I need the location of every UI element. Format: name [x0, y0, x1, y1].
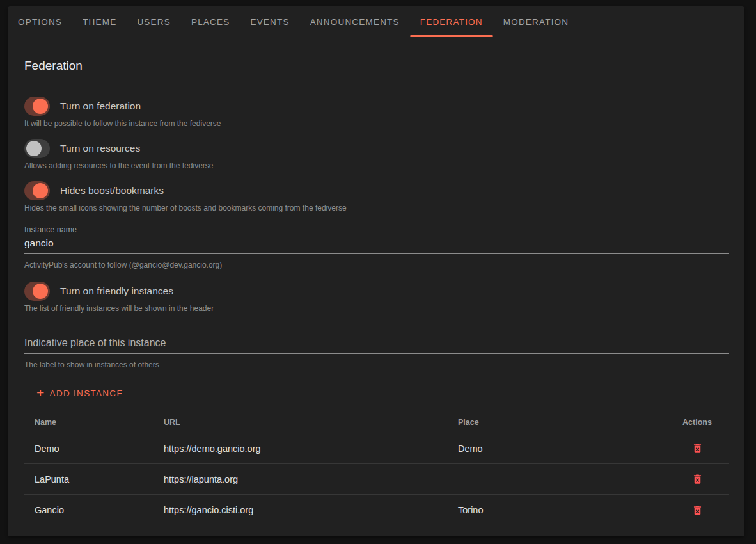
add-instance-button[interactable]: + ADD INSTANCE: [36, 386, 123, 400]
table-header-row: Name URL Place Actions: [24, 412, 729, 433]
tab-users[interactable]: USERS: [127, 6, 181, 37]
admin-page: OPTIONS THEME USERS PLACES EVENTS ANNOUN…: [0, 0, 756, 544]
instance-place-input[interactable]: [24, 335, 729, 354]
federation-toggle-hint: It will be possible to follow this insta…: [24, 119, 729, 128]
hide-boosts-toggle-label: Hides boost/bookmarks: [60, 185, 164, 196]
table-row: Gancio https://gancio.cisti.org Torino: [24, 495, 729, 525]
admin-tabs: OPTIONS THEME USERS PLACES EVENTS ANNOUN…: [8, 6, 744, 37]
cell-url: https://gancio.cisti.org: [154, 505, 448, 515]
delete-instance-button[interactable]: [686, 499, 709, 522]
instance-place-field: The label to show in instances of others: [24, 335, 729, 369]
delete-instance-button[interactable]: [686, 437, 709, 460]
tab-theme[interactable]: THEME: [72, 6, 127, 37]
tab-moderation[interactable]: MODERATION: [493, 6, 579, 37]
instance-name-input[interactable]: [24, 235, 729, 254]
resources-toggle[interactable]: [24, 139, 50, 158]
header-place: Place: [448, 418, 665, 427]
cell-place: Demo: [448, 444, 665, 454]
hide-boosts-toggle-row: Hides boost/bookmarks: [24, 180, 729, 201]
table-row: LaPunta https://lapunta.org: [24, 464, 729, 495]
instance-place-hint: The label to show in instances of others: [24, 360, 729, 369]
header-name: Name: [24, 418, 154, 427]
friendly-instances-toggle-row: Turn on friendly instances: [24, 281, 729, 301]
tab-events[interactable]: EVENTS: [240, 6, 299, 37]
resources-toggle-row: Turn on resources: [24, 138, 729, 159]
delete-forever-icon: [691, 473, 704, 485]
cell-name: Gancio: [24, 505, 154, 515]
tab-federation[interactable]: FEDERATION: [410, 6, 493, 37]
federation-panel: Federation Turn on federation It will be…: [8, 59, 744, 525]
toggle-thumb: [33, 99, 48, 114]
toggle-thumb: [33, 183, 48, 198]
friendly-instances-toggle[interactable]: [24, 282, 50, 301]
admin-card: OPTIONS THEME USERS PLACES EVENTS ANNOUN…: [8, 6, 744, 536]
header-url: URL: [154, 418, 448, 427]
header-actions: Actions: [665, 418, 729, 427]
delete-forever-icon: [691, 504, 704, 516]
plus-icon: +: [36, 387, 45, 399]
toggle-thumb: [26, 141, 42, 156]
tab-announcements[interactable]: ANNOUNCEMENTS: [300, 6, 410, 37]
cell-url: https://demo.gancio.org: [154, 444, 448, 454]
friendly-instances-toggle-label: Turn on friendly instances: [60, 285, 173, 297]
instance-name-field: Instance name ActivityPub's account to f…: [24, 225, 729, 269]
cell-place: Torino: [448, 505, 665, 515]
table-row: Demo https://demo.gancio.org Demo: [24, 433, 729, 464]
hide-boosts-toggle[interactable]: [24, 181, 50, 200]
tab-places[interactable]: PLACES: [181, 6, 240, 37]
hide-boosts-toggle-hint: Hides the small icons showing the number…: [24, 204, 729, 212]
delete-instance-button[interactable]: [686, 468, 709, 491]
resources-toggle-hint: Allows adding resources to the event fro…: [24, 161, 729, 170]
toggle-thumb: [33, 284, 48, 299]
cell-url: https://lapunta.org: [154, 474, 448, 484]
friendly-instances-toggle-hint: The list of friendly instances will be s…: [24, 304, 729, 313]
page-title: Federation: [24, 59, 729, 73]
tab-options[interactable]: OPTIONS: [8, 6, 72, 37]
cell-name: Demo: [24, 444, 154, 454]
instances-table: Name URL Place Actions Demo https://demo…: [24, 412, 729, 525]
add-instance-label: ADD INSTANCE: [50, 388, 123, 398]
federation-toggle[interactable]: [24, 97, 50, 116]
resources-toggle-label: Turn on resources: [60, 143, 140, 154]
federation-toggle-label: Turn on federation: [60, 100, 141, 112]
delete-forever-icon: [691, 442, 704, 454]
federation-toggle-row: Turn on federation: [24, 96, 729, 116]
cell-name: LaPunta: [24, 474, 154, 484]
instance-name-hint: ActivityPub's account to follow (@gancio…: [24, 260, 729, 269]
instance-name-label: Instance name: [24, 225, 729, 235]
